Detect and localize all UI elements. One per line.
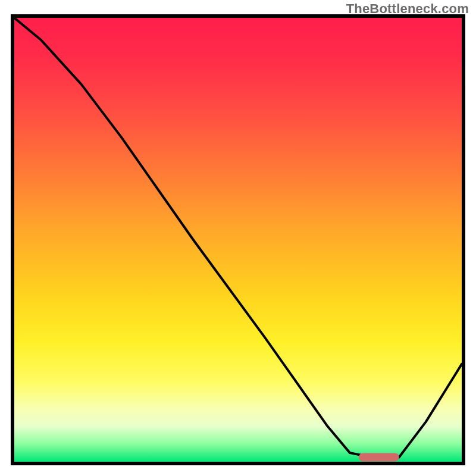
bottleneck-curve [14, 18, 462, 458]
chart-container: TheBottleneck.com [0, 0, 476, 476]
optimal-range-marker [359, 453, 399, 462]
line-chart-svg [14, 18, 462, 462]
plot-area [11, 14, 465, 465]
